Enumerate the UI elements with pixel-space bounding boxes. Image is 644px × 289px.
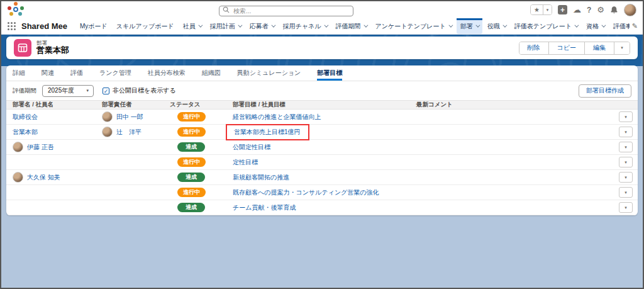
nav-item[interactable]: アンケートテンプレート <box>372 18 455 34</box>
chevron-down-icon <box>238 23 242 28</box>
copy-button[interactable]: コピー <box>549 42 585 54</box>
nav-item-label: 応募者 <box>250 22 269 31</box>
nav-item-label: 評価期間 <box>336 22 361 31</box>
nav-item[interactable]: 資格 <box>582 18 608 34</box>
app-name: Shared Mee <box>21 21 67 31</box>
nav-item[interactable]: 役職 <box>484 18 509 34</box>
row-actions-caret-icon[interactable]: ▾ <box>619 111 633 122</box>
favorites-button[interactable]: ★ ▾ <box>530 4 552 15</box>
row-actions-caret-icon[interactable]: ▾ <box>619 187 633 198</box>
table-row: 大久保 知美達成新規顧客開拓の推進▾ <box>6 170 638 185</box>
nav-item[interactable]: 社員 <box>179 18 205 34</box>
cell-owner: 田中 一郎 <box>96 110 164 125</box>
nav-item[interactable]: 部署 <box>457 18 482 34</box>
col-goal: 部署目標 / 社員目標 <box>226 101 410 110</box>
owner-link[interactable]: 辻 洋平 <box>116 128 142 137</box>
tab-評価[interactable]: 評価 <box>70 65 83 81</box>
nav-item[interactable]: スキルアップボード <box>113 18 178 34</box>
edit-nav-pencil-icon[interactable]: ✎ <box>632 22 638 30</box>
nav-item-label: 採用チャネル <box>283 22 321 31</box>
tab-組織図[interactable]: 組織図 <box>202 65 221 81</box>
global-add-icon[interactable]: + <box>558 5 567 14</box>
cell-status: 達成 <box>164 200 226 215</box>
nav-item-label: 社員 <box>183 22 196 31</box>
cell-owner: 辻 洋平 <box>96 125 164 140</box>
table-row: 取締役会田中 一郎進行中経営戦略の推進と企業価値向上▾ <box>6 110 638 125</box>
cell-goal: 新規顧客開拓の推進 <box>226 170 410 185</box>
nav-item[interactable]: 採用計画 <box>206 18 245 34</box>
owner-avatar <box>102 111 113 122</box>
cell-latest-comment <box>410 110 613 125</box>
goal-filter-bar: 評価期間 2025年度 ▾ ✓ 非公開目標を表示する 部署目標作成 <box>6 81 638 100</box>
tab-詳細[interactable]: 詳細 <box>13 65 25 81</box>
nav-item[interactable]: 評価事項 <box>609 18 630 34</box>
highlight-annotation-box: 営業本部売上目標1億円 <box>226 124 309 140</box>
edit-button[interactable]: 編集 <box>585 42 614 54</box>
tab-関連[interactable]: 関連 <box>42 65 54 81</box>
col-owner: 部署責任者 <box>96 101 164 110</box>
cell-latest-comment <box>410 170 613 185</box>
department-link[interactable]: 営業本部 <box>13 128 38 135</box>
favorites-caret-icon[interactable]: ▾ <box>543 5 552 14</box>
row-actions-caret-icon[interactable]: ▾ <box>619 157 633 167</box>
member-link[interactable]: 大久保 知美 <box>27 173 60 182</box>
record-action-group: 削除 コピー 編集 ▾ <box>519 42 630 55</box>
notifications-bell-icon[interactable] <box>610 6 618 14</box>
member-avatar <box>13 172 23 183</box>
cell-latest-comment <box>410 155 613 170</box>
tab-部署目標[interactable]: 部署目標 <box>317 65 342 81</box>
nav-item[interactable]: Myボード <box>76 18 111 34</box>
delete-button[interactable]: 削除 <box>519 42 549 54</box>
member-link[interactable]: 伊藤 正吾 <box>27 143 54 152</box>
chevron-down-icon <box>198 23 203 28</box>
goal-link[interactable]: 既存顧客への提案力・コンサルティング営業の強化 <box>233 189 379 196</box>
table-row: 進行中定性目標▾ <box>6 155 638 170</box>
setup-gear-icon[interactable]: ⚙ <box>597 6 604 14</box>
member-cell: 伊藤 正吾 <box>13 142 96 152</box>
row-actions-caret-icon[interactable]: ▾ <box>619 172 633 183</box>
member-avatar <box>13 142 23 152</box>
department-link[interactable]: 取締役会 <box>13 113 38 120</box>
tab-ランク管理[interactable]: ランク管理 <box>99 65 131 81</box>
tab-社員分布検索[interactable]: 社員分布検索 <box>148 65 186 81</box>
trailhead-help-icon[interactable]: ☁ <box>573 6 581 14</box>
cell-status: 進行中 <box>164 185 226 200</box>
goal-link[interactable]: 定性目標 <box>233 159 258 166</box>
member-cell: 大久保 知美 <box>13 172 96 183</box>
goal-link[interactable]: 経営戦略の推進と企業価値向上 <box>233 113 321 120</box>
show-private-goals-checkbox[interactable]: ✓ 非公開目標を表示する <box>103 86 176 95</box>
more-actions-caret-icon[interactable]: ▾ <box>614 42 630 54</box>
help-icon[interactable]: ? <box>587 6 591 14</box>
nav-item-label: アンケートテンプレート <box>375 22 446 31</box>
cell-dept-member: 取締役会 <box>6 110 96 125</box>
select-caret-icon: ▾ <box>86 88 89 93</box>
nav-item[interactable]: 評価表テンプレート <box>511 18 581 34</box>
nav-item-label: 評価事項 <box>613 22 630 31</box>
global-actions: ★ ▾ + ☁ ? ⚙ <box>530 4 636 16</box>
chevron-down-icon <box>271 23 275 28</box>
cell-actions: ▾ <box>613 125 638 140</box>
nav-item[interactable]: 採用チャネル <box>279 18 331 34</box>
period-select[interactable]: 2025年度 ▾ <box>42 85 94 97</box>
cell-dept-member: 大久保 知美 <box>6 170 96 185</box>
tab-異動シミュレーション[interactable]: 異動シミュレーション <box>237 65 301 81</box>
goal-link[interactable]: チーム貢献・後輩育成 <box>233 204 296 211</box>
nav-item[interactable]: 応募者 <box>246 18 278 34</box>
goal-link[interactable]: 営業本部売上目標1億円 <box>234 128 301 135</box>
star-icon[interactable]: ★ <box>531 5 543 14</box>
create-department-goal-button[interactable]: 部署目標作成 <box>579 84 631 98</box>
row-actions-caret-icon[interactable]: ▾ <box>619 127 633 137</box>
cell-status: 進行中 <box>164 125 226 140</box>
row-actions-caret-icon[interactable]: ▾ <box>619 202 633 213</box>
status-badge: 達成 <box>177 173 205 182</box>
goal-link[interactable]: 公開定性目標 <box>233 144 270 150</box>
app-launcher-waffle-icon[interactable] <box>8 22 16 30</box>
user-avatar[interactable] <box>624 4 636 16</box>
checkbox-check-icon[interactable]: ✓ <box>103 88 109 94</box>
goals-table: 部署名 / 社員名 部署責任者 ステータス 部署目標 / 社員目標 最新コメント… <box>6 100 638 215</box>
goal-link[interactable]: 新規顧客開拓の推進 <box>233 174 289 181</box>
row-actions-caret-icon[interactable]: ▾ <box>619 142 633 152</box>
nav-item[interactable]: 評価期間 <box>332 18 370 34</box>
owner-link[interactable]: 田中 一郎 <box>116 113 143 122</box>
search-input[interactable] <box>219 6 353 16</box>
